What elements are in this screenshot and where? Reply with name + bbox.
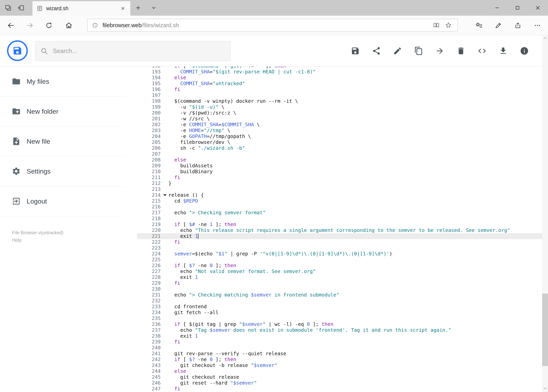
line-number[interactable]: 219 — [137, 222, 161, 227]
code-text[interactable]: echo "> Checking semver format" — [161, 210, 542, 216]
code-line-247[interactable]: 247 fi — [137, 386, 542, 392]
more-options-icon[interactable] — [532, 20, 543, 31]
line-number[interactable]: 194 — [137, 75, 161, 81]
code-line-220[interactable]: 220 echo "This release script requires a… — [137, 227, 542, 233]
code-line-206[interactable]: 206 sh -c "./wizard.sh -b" — [137, 145, 542, 151]
tab-list-chevron-icon[interactable] — [148, 2, 159, 13]
maximize-button[interactable] — [507, 0, 528, 16]
code-text[interactable]: cd frontend — [161, 304, 542, 310]
line-number[interactable]: 247 — [137, 386, 161, 392]
line-number[interactable]: 204 — [137, 133, 161, 139]
code-text[interactable]: filebrowser/dev \ — [161, 139, 542, 145]
new-tab-button[interactable] — [133, 2, 144, 13]
search-input[interactable] — [53, 48, 225, 55]
code-text[interactable]: git reset --hard "$semver" — [161, 380, 542, 386]
code-text[interactable] — [161, 286, 542, 292]
line-number[interactable]: 241 — [137, 351, 161, 357]
search-box[interactable] — [35, 41, 231, 61]
code-line-241[interactable]: 241 git rev-parse --verify --quiet relea… — [137, 351, 542, 357]
code-line-215[interactable]: 215 cd $REPO — [137, 198, 542, 204]
code-editor[interactable]: 192 if [ "$(command -v git)" != "" ]; th… — [137, 67, 542, 392]
code-text[interactable]: semver=$(echo "$1" | grep -P '^v(0|[1-9]… — [161, 251, 542, 257]
code-text[interactable]: git checkout -b release "$semver" — [161, 363, 542, 368]
code-line-194[interactable]: 194 else — [137, 75, 542, 81]
line-number[interactable]: 245 — [137, 374, 161, 380]
code-text[interactable]: git rev-parse --verify --quiet release — [161, 351, 542, 357]
rename-button[interactable] — [391, 45, 404, 57]
code-text[interactable]: COMMIT_SHA="untracked" — [161, 81, 542, 86]
code-line-228[interactable]: 228 exit 1 — [137, 274, 542, 280]
code-line-226[interactable]: 226 if [ $? -ne 0 ]; then — [137, 263, 542, 268]
code-line-213[interactable]: 213 — [137, 186, 542, 192]
code-line-210[interactable]: 210 buildBinary — [137, 169, 542, 175]
code-text[interactable]: -u "$(id -u)" \ — [161, 104, 542, 110]
reading-view-icon[interactable] — [431, 20, 441, 30]
code-text[interactable] — [161, 315, 542, 321]
code-line-193[interactable]: 193 COMMIT_SHA="$(git rev-parse HEAD | c… — [137, 69, 542, 75]
code-text[interactable]: -w //src \ — [161, 116, 542, 122]
line-number[interactable]: 225 — [137, 257, 161, 263]
line-number[interactable]: 228 — [137, 274, 161, 280]
address-bar[interactable]: filebrowser.web/files/wizard.sh — [87, 19, 458, 32]
code-line-201[interactable]: 201 -w //src \ — [137, 116, 542, 122]
code-text[interactable]: exit 1 — [161, 274, 542, 280]
code-text[interactable]: fi — [161, 339, 542, 345]
sidebar-item-logout[interactable]: Logout — [0, 186, 125, 216]
line-number[interactable]: 205 — [137, 139, 161, 145]
code-line-230[interactable]: 230 — [137, 286, 542, 292]
code-line-224[interactable]: 224 semver=$(echo "$1" | grep -P '^v(0|[… — [137, 251, 542, 257]
code-text[interactable] — [161, 151, 542, 157]
code-text[interactable]: if [ $? -ne 0 ]; then — [161, 357, 542, 363]
home-icon[interactable] — [63, 20, 74, 31]
refresh-icon[interactable] — [43, 20, 54, 31]
line-number[interactable]: 197 — [137, 92, 161, 98]
code-line-244[interactable]: 244 else — [137, 368, 542, 374]
line-number[interactable]: 243 — [137, 363, 161, 368]
close-button[interactable] — [528, 0, 548, 16]
help-link[interactable]: Help — [12, 236, 63, 244]
line-number[interactable]: 198 — [137, 98, 161, 104]
code-text[interactable]: git fetch --all — [161, 310, 542, 315]
code-text[interactable]: fi — [161, 386, 542, 392]
code-text[interactable]: -e HOME="//tmp" \ — [161, 128, 542, 133]
line-number[interactable]: 222 — [137, 239, 161, 245]
code-line-198[interactable]: 198 $(command -v winpty) docker run --rm… — [137, 98, 542, 104]
code-line-243[interactable]: 243 git checkout -b release "$semver" — [137, 363, 542, 368]
code-line-222[interactable]: 222 fi — [137, 239, 542, 245]
code-line-197[interactable]: 197 — [137, 92, 542, 98]
code-line-211[interactable]: 211 fi — [137, 175, 542, 181]
line-number[interactable]: 240 — [137, 345, 161, 351]
line-number[interactable]: 217 — [137, 210, 161, 216]
line-number[interactable]: 213 — [137, 186, 161, 192]
line-number[interactable]: 212 — [137, 181, 161, 186]
line-number[interactable]: 244 — [137, 368, 161, 374]
line-number[interactable]: 234 — [137, 310, 161, 315]
code-line-216[interactable]: 216 — [137, 204, 542, 210]
code-line-234[interactable]: 234 git fetch --all — [137, 310, 542, 315]
code-line-208[interactable]: 208 else — [137, 157, 542, 163]
code-line-209[interactable]: 209 buildAssets — [137, 163, 542, 169]
code-text[interactable]: release () { — [161, 192, 542, 198]
line-number[interactable]: 218 — [137, 216, 161, 222]
line-number[interactable]: 210 — [137, 169, 161, 175]
forward-icon[interactable] — [24, 20, 35, 31]
code-line-218[interactable]: 218 — [137, 216, 542, 222]
code-line-229[interactable]: 229 fi — [137, 280, 542, 286]
scroll-up-icon[interactable] — [543, 37, 547, 40]
code-text[interactable] — [161, 204, 542, 210]
code-text[interactable]: else — [161, 157, 542, 163]
code-line-232[interactable]: 232 — [137, 298, 542, 304]
code-text[interactable] — [161, 245, 542, 251]
line-number[interactable]: 246 — [137, 380, 161, 386]
line-number[interactable]: 201 — [137, 116, 161, 122]
code-line-217[interactable]: 217 echo "> Checking semver format" — [137, 210, 542, 216]
code-text[interactable]: else — [161, 75, 542, 81]
code-text[interactable] — [161, 298, 542, 304]
minimize-button[interactable] — [487, 0, 507, 16]
code-text[interactable]: fi — [161, 86, 542, 92]
code-line-196[interactable]: 196 fi — [137, 86, 542, 92]
code-line-195[interactable]: 195 COMMIT_SHA="untracked" — [137, 81, 542, 86]
code-line-204[interactable]: 204 -e GOPATH=//tmp/gopath \ — [137, 133, 542, 139]
code-text[interactable]: -e GOPATH=//tmp/gopath \ — [161, 133, 542, 139]
code-text[interactable]: buildBinary — [161, 169, 542, 175]
